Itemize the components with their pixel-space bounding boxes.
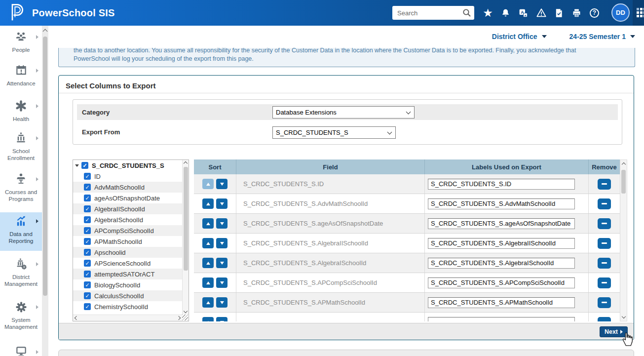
- tree-root-row[interactable]: ✓ S_CRDC_STUDENTS_S: [73, 160, 182, 171]
- checkbox-checked-icon[interactable]: ✓: [84, 260, 91, 267]
- remove-button[interactable]: [598, 277, 611, 288]
- tree-horizontal-scrollbar[interactable]: [73, 315, 182, 321]
- sidebar-item-courses-and-programs[interactable]: Courses and Programs: [0, 170, 42, 210]
- sidebar-scroll-thumb[interactable]: [43, 37, 47, 296]
- collapse-triangle-icon[interactable]: [75, 164, 79, 167]
- export-label-input[interactable]: [428, 218, 575, 229]
- tree-scroll-thumb[interactable]: [184, 167, 188, 271]
- sidebar-item-data-and-reporting[interactable]: Data and Reporting: [0, 212, 42, 251]
- move-down-button[interactable]: [216, 297, 227, 308]
- avatar[interactable]: DD: [611, 3, 630, 22]
- tree-field-row[interactable]: ✓ BiologySchoolId: [73, 279, 182, 290]
- grid-scroll-thumb[interactable]: [621, 170, 626, 194]
- checkbox-checked-icon[interactable]: ✓: [84, 195, 91, 201]
- export-from-select[interactable]: S_CRDC_STUDENTS_S: [272, 126, 396, 139]
- export-label-input[interactable]: [428, 297, 575, 308]
- help-icon[interactable]: ?: [589, 7, 600, 19]
- tree-vertical-scrollbar[interactable]: [182, 160, 189, 315]
- apps-grid-icon[interactable]: [637, 8, 644, 17]
- tree-field-row[interactable]: ✓ attemptedSATOrACT: [73, 269, 182, 279]
- tree-field-row[interactable]: ✓ ageAsOfSnapshotDate: [73, 193, 182, 203]
- checkbox-checked-icon[interactable]: ✓: [84, 205, 91, 212]
- checkbox-checked-icon[interactable]: ✓: [84, 238, 91, 245]
- move-down-button[interactable]: [216, 179, 227, 189]
- search-box[interactable]: [392, 6, 474, 20]
- school-selector[interactable]: District Office: [492, 33, 547, 40]
- tree-field-row[interactable]: ✓ AdvMathSchoolId: [73, 182, 182, 193]
- alerts-icon[interactable]: [535, 7, 547, 19]
- term-selector[interactable]: 24-25 Semester 1: [569, 33, 635, 40]
- tree-field-row[interactable]: ✓ APScienceSchoolId: [73, 258, 182, 269]
- checkbox-checked-icon[interactable]: ✓: [84, 281, 91, 288]
- checkbox-checked-icon[interactable]: ✓: [84, 292, 91, 299]
- notifications-icon[interactable]: [500, 7, 511, 19]
- move-up-button[interactable]: [202, 179, 214, 189]
- checkbox-checked-icon[interactable]: ✓: [84, 216, 91, 223]
- checkbox-checked-icon[interactable]: ✓: [84, 271, 91, 277]
- remove-button[interactable]: [598, 238, 611, 249]
- brand[interactable]: PowerSchool SIS: [9, 0, 114, 26]
- move-up-button[interactable]: [202, 238, 214, 248]
- move-down-button[interactable]: [216, 218, 227, 229]
- remove-button[interactable]: [598, 297, 611, 308]
- move-down-button[interactable]: [216, 258, 227, 268]
- scroll-up-icon[interactable]: [184, 161, 188, 165]
- move-down-button[interactable]: [216, 238, 227, 248]
- report-check-icon[interactable]: [553, 7, 565, 19]
- checkbox-checked-icon[interactable]: ✓: [81, 162, 88, 169]
- scroll-right-icon[interactable]: [177, 316, 181, 320]
- sidebar-item-system-management[interactable]: System Management: [0, 298, 42, 341]
- export-label-input[interactable]: [428, 238, 575, 249]
- move-up-button[interactable]: [202, 258, 214, 268]
- move-down-button[interactable]: [216, 277, 227, 288]
- search-icon[interactable]: [462, 8, 472, 20]
- print-icon[interactable]: [571, 7, 582, 19]
- scroll-left-icon[interactable]: [75, 316, 78, 320]
- remove-button[interactable]: [598, 179, 611, 190]
- move-up-button[interactable]: [202, 317, 214, 321]
- checkbox-checked-icon[interactable]: ✓: [84, 227, 91, 234]
- export-label-input[interactable]: [428, 179, 575, 190]
- sidebar-item-partial[interactable]: [0, 343, 42, 356]
- tree-field-row[interactable]: ✓ Apschoolid: [73, 247, 182, 258]
- move-up-button[interactable]: [202, 277, 214, 288]
- remove-button[interactable]: [598, 258, 611, 269]
- export-label-input[interactable]: [428, 258, 575, 269]
- export-label-input[interactable]: [428, 198, 575, 209]
- tree-field-row[interactable]: ✓ ID: [73, 171, 182, 182]
- category-select[interactable]: Database Extensions: [272, 106, 415, 119]
- tree-field-row[interactable]: ✓ AlgebraIISchoolId: [73, 203, 182, 214]
- move-up-button[interactable]: [202, 218, 214, 229]
- scroll-up-icon[interactable]: [622, 162, 626, 166]
- remove-button[interactable]: [598, 218, 611, 229]
- export-label-input[interactable]: [428, 277, 575, 288]
- tree-field-row[interactable]: ✓ ChemistrySchoolId: [73, 301, 182, 312]
- scroll-down-icon[interactable]: [184, 309, 188, 313]
- sidebar-item-school-enrollment[interactable]: School Enrollment: [0, 129, 42, 169]
- resize-grip[interactable]: [182, 315, 188, 320]
- scroll-down-icon[interactable]: [622, 315, 626, 318]
- sidebar-scrollbar[interactable]: [42, 26, 48, 356]
- move-up-button[interactable]: [202, 297, 214, 308]
- remove-button[interactable]: [598, 198, 611, 209]
- checkbox-checked-icon[interactable]: ✓: [84, 184, 91, 191]
- move-down-button[interactable]: [216, 198, 227, 209]
- checkbox-checked-icon[interactable]: ✓: [84, 173, 91, 180]
- tree-field-row[interactable]: ✓ CalculusSchoolId: [73, 290, 182, 301]
- sidebar-item-people[interactable]: People: [0, 28, 42, 59]
- tree-field-row[interactable]: ✓ AlgebraISchoolId: [73, 214, 182, 225]
- grid-vertical-scrollbar[interactable]: [620, 159, 627, 321]
- tree-field-row[interactable]: ✓ APCompSciSchoolId: [73, 225, 182, 236]
- translate-icon[interactable]: Aa: [518, 7, 529, 19]
- sidebar-item-health[interactable]: Health: [0, 97, 42, 128]
- scroll-up-icon[interactable]: [43, 29, 48, 34]
- remove-button[interactable]: [598, 317, 611, 322]
- favorites-icon[interactable]: ★: [482, 7, 493, 19]
- move-up-button[interactable]: [202, 198, 214, 209]
- checkbox-checked-icon[interactable]: ✓: [84, 303, 91, 310]
- sidebar-item-district-management[interactable]: District Management: [0, 255, 42, 295]
- sidebar-item-attendance[interactable]: Attendance: [0, 62, 42, 94]
- move-down-button[interactable]: [216, 317, 227, 321]
- checkbox-checked-icon[interactable]: ✓: [84, 249, 91, 256]
- tree-field-row[interactable]: ✓ APMathSchoolId: [73, 236, 182, 247]
